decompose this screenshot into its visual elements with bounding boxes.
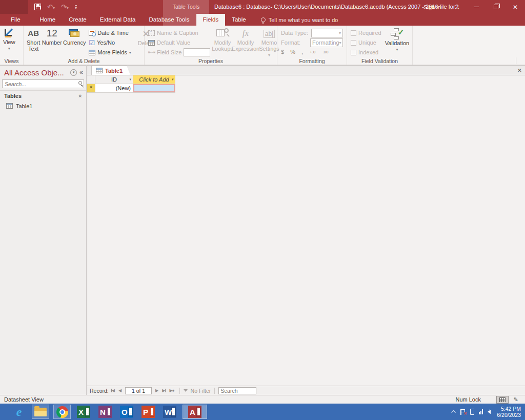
tell-me-box[interactable]: Tell me what you want to do	[261, 14, 338, 26]
nav-pane-menu-icon[interactable]: ▾	[70, 69, 77, 76]
tab-database-tools[interactable]: Database Tools	[142, 14, 196, 26]
redo-button[interactable]: ↷▾	[61, 4, 69, 10]
unique-checkbox-row[interactable]: Unique	[351, 38, 381, 47]
data-type-combo[interactable]: ▾	[311, 29, 343, 37]
sign-in-button[interactable]: Sign in	[417, 0, 447, 14]
taskbar-access-active[interactable]: A	[183, 405, 207, 419]
next-record-button[interactable]: ▶	[154, 388, 159, 393]
lightbulb-icon	[261, 17, 266, 22]
nav-item-table1[interactable]: Table1	[0, 101, 86, 111]
previous-record-button[interactable]: ◀	[117, 388, 123, 393]
click-to-add-cell-selected[interactable]	[133, 84, 175, 93]
record-search-input[interactable]	[218, 387, 256, 394]
filter-funnel-icon	[184, 389, 188, 392]
apply-currency-button[interactable]: $	[281, 49, 284, 55]
clock-time: 5:42 PM	[497, 406, 521, 412]
design-view-button[interactable]: ✎	[510, 396, 522, 404]
help-button[interactable]: ?	[447, 0, 467, 14]
id-cell-new[interactable]: (New)	[95, 84, 133, 93]
outlook-letter: O	[120, 408, 128, 416]
minimize-button[interactable]	[467, 0, 486, 14]
nav-section-tables[interactable]: Tables «	[0, 90, 86, 101]
view-button[interactable]: View ▾	[2, 27, 17, 57]
nav-search-input[interactable]	[2, 79, 84, 88]
click-to-add-dropdown-icon[interactable]: ▾	[171, 77, 173, 82]
modify-expression-button[interactable]: fx Modify Expression	[233, 27, 258, 57]
save-icon[interactable]	[34, 4, 41, 10]
indexed-checkbox-row[interactable]: Indexed	[351, 48, 381, 57]
view-button-label: View	[3, 39, 15, 45]
network-icon[interactable]	[479, 409, 483, 414]
taskbar-outlook[interactable]: O	[118, 405, 135, 419]
tab-file[interactable]: File	[4, 14, 27, 26]
name-caption-button[interactable]: Name & Caption	[148, 28, 210, 37]
table-tools-label: Table Tools	[163, 0, 209, 14]
undo-icon: ↶	[47, 3, 53, 11]
more-fields-button[interactable]: More Fields ▾	[89, 48, 131, 57]
tab-table[interactable]: Table	[225, 14, 253, 26]
data-type-caret-icon: ▾	[339, 31, 341, 35]
tables-section-label: Tables	[4, 93, 79, 99]
taskbar-excel[interactable]: X	[75, 405, 92, 419]
taskbar-file-explorer[interactable]	[32, 405, 49, 419]
tab-create[interactable]: Create	[62, 14, 93, 26]
customize-qat-icon[interactable]: ▾	[75, 5, 77, 10]
tab-external-data[interactable]: External Data	[93, 14, 143, 26]
close-document-button[interactable]: ✕	[517, 66, 522, 75]
app-icon-corner[interactable]	[0, 0, 28, 14]
required-checkbox-row[interactable]: Required	[351, 28, 381, 37]
default-value-button[interactable]: Default Value	[148, 38, 210, 47]
taskbar-chrome[interactable]	[53, 405, 71, 419]
no-filter-button[interactable]: No Filter	[191, 388, 211, 394]
properties-group-label: Properties	[145, 58, 277, 64]
new-record-button[interactable]: ▶✱	[168, 388, 175, 393]
ribbon-group-views: View ▾ Views	[0, 26, 24, 65]
tell-me-label: Tell me what you want to do	[269, 17, 338, 23]
default-value-icon	[148, 40, 155, 46]
apply-comma-button[interactable]: ,	[301, 49, 303, 55]
format-combo[interactable]: Formatting ▾	[310, 38, 343, 47]
taskbar-internet-explorer[interactable]: e	[10, 405, 28, 419]
speaker-icon[interactable]	[488, 410, 491, 414]
date-time-button[interactable]: Date & Time	[89, 28, 131, 37]
taskbar-onenote[interactable]: N	[96, 405, 114, 419]
increase-decimals-icon[interactable]: +.0	[309, 49, 316, 55]
tab-home[interactable]: Home	[33, 14, 63, 26]
validation-button[interactable]: ✓ Validation ▾	[383, 27, 411, 57]
id-header-dropdown-icon[interactable]: ▾	[129, 77, 131, 82]
more-fields-label: More Fields	[97, 49, 127, 55]
taskbar-powerpoint[interactable]: P	[139, 405, 157, 419]
name-caption-icon	[148, 30, 155, 36]
record-position-box[interactable]: 1 of 1	[125, 387, 152, 394]
title-bar: ↶▾ ↷▾ ▾ Table Tools Database6 : Database…	[0, 0, 525, 26]
select-all-corner-cell[interactable]	[87, 75, 95, 84]
document-tab-table1[interactable]: Table1	[91, 66, 130, 75]
ribbon-group-field-validation: Required Unique Indexed ✓ Validation ▾ F…	[347, 26, 413, 65]
currency-button[interactable]: Currency	[62, 27, 87, 57]
number-button[interactable]: 12 Number	[42, 27, 62, 57]
apply-percent-button[interactable]: %	[290, 49, 295, 55]
taskbar-clock[interactable]: 5:42 PM 6/20/2023	[497, 406, 521, 418]
column-header-click-to-add[interactable]: Click to Add ▾	[133, 75, 175, 84]
first-record-button[interactable]: ◀	[110, 388, 116, 393]
yes-no-button[interactable]: ☑ Yes/No	[89, 38, 131, 47]
decrease-decimals-icon[interactable]: .00	[322, 49, 329, 55]
tray-expand-icon[interactable]	[452, 410, 456, 414]
column-header-id[interactable]: ID ▾	[95, 75, 133, 84]
collapse-ribbon-button[interactable]	[516, 58, 520, 62]
battery-icon[interactable]	[470, 409, 474, 415]
datasheet-view-button[interactable]	[496, 396, 509, 404]
restore-button[interactable]	[486, 0, 506, 14]
shutter-bar-close-icon[interactable]: «	[79, 69, 83, 76]
close-button[interactable]: ✕	[506, 0, 525, 14]
taskbar-word[interactable]: W	[161, 405, 178, 419]
last-record-button[interactable]: ▶	[161, 388, 167, 393]
action-center-icon[interactable]: ✕	[460, 409, 466, 415]
new-record-selector[interactable]: *	[87, 84, 95, 93]
undo-button[interactable]: ↶▾	[47, 4, 55, 10]
short-text-button[interactable]: AB Short Text	[25, 27, 42, 57]
field-size-input[interactable]	[184, 48, 210, 56]
section-collapse-icon[interactable]: «	[77, 94, 84, 97]
tab-fields[interactable]: Fields	[196, 14, 226, 26]
modify-lookups-button[interactable]: Modify Lookups	[212, 27, 233, 57]
